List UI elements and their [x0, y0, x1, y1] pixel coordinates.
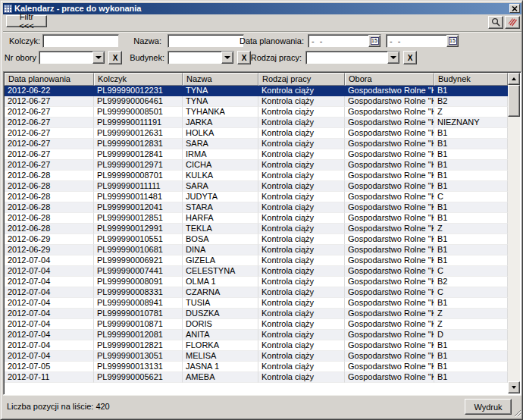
date-to-field[interactable]: - - 15	[386, 34, 459, 48]
table-cell: KULKA	[183, 171, 258, 181]
scroll-down-button[interactable]	[508, 381, 520, 393]
nr-obory-clear-button[interactable]: X	[108, 51, 122, 64]
calendar-tasks-window: Kalendarz - prace do wykonania Filtr <<<…	[0, 0, 523, 420]
table-cell: PL999990012851	[94, 213, 183, 224]
table-row[interactable]: 2012-07-04PL999990008331CZARNAKontrola c…	[5, 287, 508, 298]
table-row[interactable]: 2012-07-04PL999990007441CELESTYNAKontrol…	[5, 266, 508, 277]
search-button[interactable]	[488, 16, 503, 29]
table-cell: Z	[434, 224, 508, 234]
resize-grip[interactable]	[512, 407, 521, 417]
table-cell: 2012-07-04	[5, 340, 94, 351]
column-header[interactable]: Obora	[345, 73, 434, 86]
table-row[interactable]: 2012-07-04PL999990006921GIZELAKontrola c…	[5, 255, 508, 266]
clear-filter-button[interactable]	[505, 16, 520, 29]
table-cell: 2012-06-27	[5, 118, 94, 128]
table-row[interactable]: 2012-07-04PL999990008941TUSIAKontrola ci…	[5, 298, 508, 309]
table-row[interactable]: 2012-07-04PL999990008091OLMA 1Kontrola c…	[5, 277, 508, 287]
calendar-icon: 15	[449, 37, 457, 45]
scroll-up-button[interactable]	[508, 73, 520, 85]
table-cell: Gospodarstwo Rolne "Krowa"	[345, 351, 434, 362]
table-cell: NIEZNANY	[434, 118, 508, 128]
table-row[interactable]: 2012-07-04PL999990012821FLORKAKontrola c…	[5, 340, 508, 351]
table-row[interactable]: 2012-07-04PL999990010781DUSZKAKontrola c…	[5, 309, 508, 319]
filter-toggle-button[interactable]: Filtr <<<	[6, 15, 47, 27]
budynek-combo[interactable]	[168, 51, 234, 64]
date-from-picker-button[interactable]: 15	[368, 35, 381, 47]
table-cell: 2012-06-22	[5, 86, 94, 96]
vertical-scrollbar[interactable]	[508, 73, 520, 393]
table-row[interactable]: 2012-06-28PL999990008701KULKAKontrola ci…	[5, 171, 508, 181]
rodzaj-pracy-value	[306, 52, 387, 64]
table-row[interactable]: 2012-06-27PL999990012841IRMAKontrola cią…	[5, 149, 508, 160]
table-row[interactable]: 2012-06-29PL999990010681DINAKontrola cią…	[5, 245, 508, 255]
budynek-dropdown-button[interactable]	[221, 52, 233, 64]
table-cell: Kontrola ciąży	[258, 330, 345, 340]
table-row[interactable]: 2012-06-27PL999990008501TYHANKAKontrola …	[5, 107, 508, 118]
nazwa-input[interactable]	[168, 34, 244, 48]
table-cell: PL999990006461	[94, 96, 183, 107]
table-row[interactable]: 2012-06-22PL999990012231TYNAKontrola cią…	[5, 86, 508, 96]
table-cell: Kontrola ciąży	[258, 298, 345, 309]
table-cell: Kontrola ciąży	[258, 128, 345, 139]
rodzaj-pracy-combo[interactable]	[305, 51, 400, 64]
column-header[interactable]: Nazwa	[183, 73, 258, 86]
column-header[interactable]: Kolczyk	[94, 73, 183, 86]
table-row[interactable]: 2012-07-11PL999990005621AMEBAKontrola ci…	[5, 372, 508, 383]
table-cell: B2	[434, 277, 508, 287]
column-header[interactable]: Budynek	[434, 73, 508, 86]
table-row[interactable]: 2012-06-29PL999990010551BOSAKontrola cią…	[5, 234, 508, 245]
table-cell: 2012-06-27	[5, 160, 94, 171]
table-cell: PL999990011481	[94, 192, 183, 202]
table-row[interactable]: 2012-06-28PL999990012851HARFAKontrola ci…	[5, 213, 508, 224]
nr-obory-dropdown-button[interactable]	[92, 52, 105, 64]
table-row[interactable]: 2012-06-27PL999990012631HOLKAKontrola ci…	[5, 128, 508, 139]
table-row[interactable]: 2012-06-28PL999990012991TEKLAKontrola ci…	[5, 224, 508, 234]
chevron-up-icon	[512, 77, 516, 80]
table-cell: 2012-07-11	[5, 372, 94, 383]
column-header[interactable]: Data planowania	[5, 73, 94, 86]
chevron-down-icon	[224, 56, 230, 59]
table-cell: Kontrola ciąży	[258, 309, 345, 319]
table-cell: Gospodarstwo Rolne "Krowa"	[345, 340, 434, 351]
table-cell: PL999990012081	[94, 330, 183, 340]
nr-obory-value	[39, 52, 92, 64]
nr-obory-combo[interactable]	[39, 51, 105, 64]
table-cell: 2012-07-04	[5, 266, 94, 277]
table-cell: Kontrola ciąży	[258, 319, 345, 330]
table-row[interactable]: 2012-06-27PL999990011191JARKAKontrola ci…	[5, 118, 508, 128]
rodzaj-pracy-clear-button[interactable]: X	[403, 51, 417, 64]
table-row[interactable]: 2012-07-05PL999990013131JASNA 1Kontrola …	[5, 362, 508, 372]
table-cell: 2012-07-04	[5, 298, 94, 309]
date-from-field[interactable]: - - 15	[308, 34, 381, 48]
table-cell: PL999990012841	[94, 149, 183, 160]
kolczyk-input[interactable]	[42, 34, 119, 48]
rodzaj-pracy-dropdown-button[interactable]	[387, 52, 399, 64]
table-cell: CZARNA	[183, 287, 258, 298]
column-header[interactable]: Rodzaj pracy	[258, 73, 345, 86]
date-to-picker-button[interactable]: 15	[446, 35, 459, 47]
table-row[interactable]: 2012-07-04PL999990013051MELISAKontrola c…	[5, 351, 508, 362]
table-cell: TUSIA	[183, 298, 258, 309]
table-row[interactable]: 2012-06-28PL999990011111SARAKontrola cią…	[5, 181, 508, 192]
table-row[interactable]: 2012-06-27PL999990012971CICHAKontrola ci…	[5, 160, 508, 171]
print-button[interactable]: Wydruk	[465, 399, 512, 415]
table-cell: CELESTYNA	[183, 266, 258, 277]
table-cell: Kontrola ciąży	[258, 171, 345, 181]
table-cell: Kontrola ciąży	[258, 86, 345, 96]
nr-obory-label: Nr obory	[2, 52, 36, 63]
table-cell: Kontrola ciąży	[258, 340, 345, 351]
table-row[interactable]: 2012-06-27PL999990006461TYNAKontrola cią…	[5, 96, 508, 107]
title-bar[interactable]: Kalendarz - prace do wykonania	[3, 3, 521, 14]
table-row[interactable]: 2012-06-27PL999990012831SARAKontrola cią…	[5, 139, 508, 149]
table-row[interactable]: 2012-06-28PL999990012041STARAKontrola ci…	[5, 202, 508, 213]
table-cell: Gospodarstwo Rolne "Krowa"	[345, 181, 434, 192]
table-row[interactable]: 2012-07-04PL999990012081ANITAKontrola ci…	[5, 330, 508, 340]
table-cell: Kontrola ciąży	[258, 213, 345, 224]
table-cell: Kontrola ciąży	[258, 287, 345, 298]
table-cell: PL999990005621	[94, 372, 183, 383]
table-cell: PL999990012971	[94, 160, 183, 171]
scrollbar-thumb[interactable]	[508, 85, 520, 117]
close-button[interactable]	[509, 4, 520, 13]
table-row[interactable]: 2012-07-04PL999990010871DORISKontrola ci…	[5, 319, 508, 330]
table-row[interactable]: 2012-06-28PL999990011481JUDYTAKontrola c…	[5, 192, 508, 202]
